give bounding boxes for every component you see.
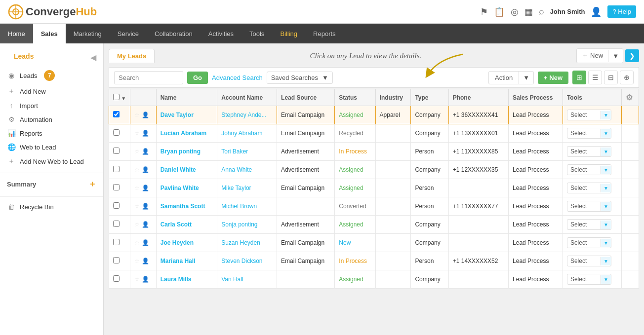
row-checkbox[interactable] <box>113 166 120 172</box>
contact-icon[interactable]: 👤 <box>142 203 149 210</box>
th-phone[interactable]: Phone <box>448 89 508 106</box>
row-account[interactable]: Stephney Ande... <box>217 106 277 124</box>
action-dropdown-arrow[interactable]: ▼ <box>519 72 533 84</box>
row-account[interactable]: Anna White <box>217 161 277 179</box>
th-sales-process[interactable]: Sales Process <box>509 89 563 106</box>
row-checkbox[interactable] <box>113 239 120 245</box>
row-name[interactable]: Dave Taylor <box>156 106 217 124</box>
nav-sales[interactable]: Sales <box>33 24 66 43</box>
row-checkbox[interactable] <box>113 275 120 282</box>
collapse-sidebar-button[interactable]: ❯ <box>625 49 639 62</box>
contact-icon[interactable]: 👤 <box>142 112 149 118</box>
contact-icon[interactable]: 👤 <box>142 148 149 155</box>
clock-icon[interactable]: ◎ <box>511 6 519 17</box>
contact-icon[interactable]: 👤 <box>142 130 149 137</box>
contact-icon[interactable]: 👤 <box>142 166 149 173</box>
search-input[interactable] <box>114 71 183 84</box>
th-tools[interactable]: Tools <box>563 89 621 106</box>
row-account[interactable]: Tori Baker <box>217 143 277 161</box>
star-icon[interactable]: ☆ <box>134 276 140 283</box>
sidebar-item-automation[interactable]: ⚙ Automation <box>0 112 103 126</box>
th-industry[interactable]: Industry <box>375 89 411 106</box>
row-checkbox[interactable] <box>113 257 120 263</box>
row-checkbox[interactable] <box>113 202 120 209</box>
row-name[interactable]: Carla Scott <box>156 216 217 234</box>
star-icon[interactable]: ☆ <box>134 203 140 210</box>
select-arrow[interactable]: ▼ <box>601 184 611 192</box>
row-checkbox[interactable] <box>113 111 120 117</box>
nav-reports[interactable]: Reports <box>305 24 344 43</box>
select-arrow[interactable]: ▼ <box>601 221 611 229</box>
advanced-search-link[interactable]: Advanced Search <box>212 74 263 81</box>
star-icon[interactable]: ☆ <box>134 112 140 118</box>
select-all-checkbox[interactable] <box>113 94 120 100</box>
nav-home[interactable]: Home <box>0 24 33 43</box>
th-lead-source[interactable]: Lead Source <box>277 89 335 106</box>
select-arrow[interactable]: ▼ <box>601 129 611 138</box>
th-account-name[interactable]: Account Name <box>217 89 277 106</box>
summary-add-icon[interactable]: ＋ <box>88 179 96 189</box>
select-arrow[interactable]: ▼ <box>601 202 611 211</box>
sidebar-summary-title[interactable]: Summary ＋ <box>0 176 103 192</box>
view-list-button[interactable]: ☰ <box>588 71 602 84</box>
select-arrow[interactable]: ▼ <box>601 148 611 156</box>
th-name[interactable]: Name <box>156 89 217 106</box>
flag-icon[interactable]: ⚑ <box>480 6 488 17</box>
star-icon[interactable]: ☆ <box>134 130 140 137</box>
row-account[interactable]: Johny Abraham <box>217 124 277 143</box>
contact-icon[interactable]: 👤 <box>142 185 149 191</box>
row-name[interactable]: Bryan ponting <box>156 143 217 161</box>
th-status[interactable]: Status <box>335 89 375 106</box>
star-icon[interactable]: ☆ <box>134 239 140 246</box>
view-grid-button[interactable]: ⊞ <box>572 71 586 84</box>
sidebar-item-leads[interactable]: ◉ Leads 7 <box>0 67 103 84</box>
saved-searches-dropdown[interactable]: Saved Searches ▼ <box>267 72 333 84</box>
new-button-dropdown-arrow[interactable]: ▼ <box>608 50 623 62</box>
nav-service[interactable]: Service <box>110 24 147 43</box>
star-icon[interactable]: ☆ <box>134 166 140 173</box>
contact-icon[interactable]: 👤 <box>142 258 149 264</box>
go-button[interactable]: Go <box>187 72 208 84</box>
row-account[interactable]: Suzan Heyden <box>217 234 277 252</box>
sidebar-item-recycle-bin[interactable]: 🗑 Recycle Bin <box>0 200 103 214</box>
row-name[interactable]: Lucian Abraham <box>156 124 217 143</box>
row-name[interactable]: Samantha Scott <box>156 197 217 216</box>
sidebar-collapse-icon[interactable]: ◀ <box>90 53 96 62</box>
row-checkbox[interactable] <box>113 221 120 227</box>
help-button[interactable]: ? Help <box>607 5 636 18</box>
row-account[interactable]: Michel Brown <box>217 197 277 216</box>
contact-icon[interactable]: 👤 <box>142 276 149 283</box>
sidebar-item-web-to-lead[interactable]: 🌐 Web to Lead <box>0 140 103 154</box>
row-name[interactable]: Daniel White <box>156 161 217 179</box>
row-name[interactable]: Joe Heyden <box>156 234 217 252</box>
sidebar-item-reports[interactable]: 📊 Reports <box>0 126 103 140</box>
select-arrow[interactable]: ▼ <box>601 111 611 119</box>
row-account[interactable]: Steven Dickson <box>217 252 277 270</box>
nav-collaboration[interactable]: Collaboration <box>147 24 201 43</box>
sidebar-item-add-web-to-lead[interactable]: ＋ Add New Web to Lead <box>0 154 103 169</box>
contact-icon[interactable]: 👤 <box>142 221 149 228</box>
th-type[interactable]: Type <box>411 89 448 106</box>
nav-marketing[interactable]: Marketing <box>66 24 110 43</box>
view-compact-button[interactable]: ⊟ <box>604 71 618 84</box>
th-settings[interactable]: ⚙ <box>622 89 639 106</box>
calendar-icon[interactable]: ▦ <box>524 6 533 17</box>
nav-activities[interactable]: Activities <box>201 24 242 43</box>
sidebar-item-add-new[interactable]: ＋ Add New <box>0 84 103 99</box>
tab-my-leads[interactable]: My Leads <box>109 49 155 63</box>
select-arrow[interactable]: ▼ <box>601 257 611 265</box>
select-arrow[interactable]: ▼ <box>601 166 611 174</box>
row-account[interactable]: Van Hall <box>217 270 277 289</box>
row-checkbox[interactable] <box>113 129 120 136</box>
select-arrow[interactable]: ▼ <box>601 275 611 284</box>
row-account[interactable]: Mike Taylor <box>217 179 277 197</box>
row-checkbox[interactable] <box>113 184 120 190</box>
star-icon[interactable]: ☆ <box>134 148 140 155</box>
sidebar-item-import[interactable]: ↑ Import <box>0 99 103 112</box>
row-name[interactable]: Laura Mills <box>156 270 217 289</box>
star-icon[interactable]: ☆ <box>134 258 140 264</box>
search-icon[interactable]: ⌕ <box>539 6 544 17</box>
star-icon[interactable]: ☆ <box>134 221 140 228</box>
star-icon[interactable]: ☆ <box>134 185 140 191</box>
select-arrow[interactable]: ▼ <box>601 239 611 247</box>
